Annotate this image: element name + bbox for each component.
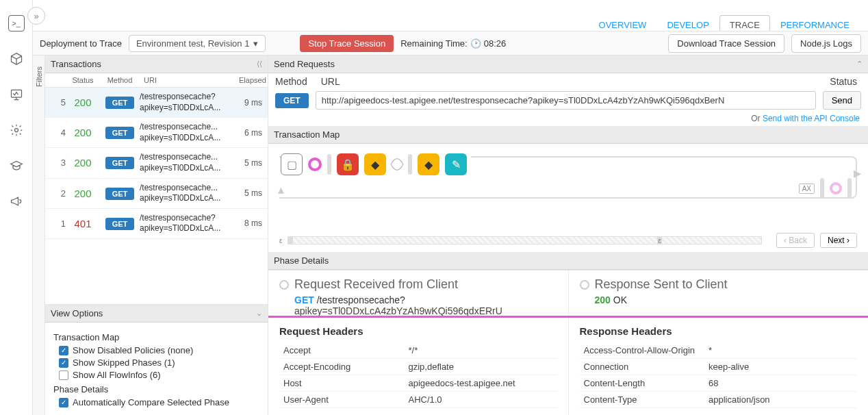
stop-trace-button[interactable]: Stop Trace Session <box>300 35 394 52</box>
flow-start-node[interactable] <box>308 158 322 171</box>
header-row: Accept-Encodinggzip,deflate <box>279 359 557 375</box>
header-row: Access-Control-Allow-Origin* <box>580 342 858 359</box>
download-trace-button[interactable]: Download Trace Session <box>668 34 784 53</box>
transaction-row[interactable]: 2200GET/testresponsecache...apikey=sTl0D… <box>45 179 268 209</box>
send-button[interactable]: Send <box>823 91 861 110</box>
header-row: User-AgentAHC/1.0 <box>279 392 557 408</box>
phase-dot-icon <box>279 280 289 290</box>
flow-end-node[interactable] <box>830 182 842 194</box>
phase-dot-icon <box>580 280 589 290</box>
left-nav-rail: >_ <box>0 0 33 415</box>
epsilon-left: ε <box>279 237 282 244</box>
timeline-scrubber: ε ε ‹ Back Next › <box>268 233 868 252</box>
svg-point-1 <box>14 129 18 132</box>
url-label: URL <box>321 76 340 87</box>
transaction-row[interactable]: 1401GET/testresponsecache?apikey=sTl0DDx… <box>45 209 268 239</box>
policy-lock-icon[interactable]: 🔒 <box>337 153 359 175</box>
api-console-link[interactable]: Send with the API Console <box>763 114 860 123</box>
trace-toolbar: Deployment to Trace Environment test, Re… <box>33 31 868 55</box>
collapse-icon[interactable]: ⌃ <box>856 60 863 68</box>
vo-group-map: Transaction Map <box>53 332 259 342</box>
vo-disabled-policies[interactable]: ✓Show Disabled Policies (none) <box>59 345 259 355</box>
clock-icon: 🕑 <box>470 38 481 49</box>
transactions-header: Transactions ⟨⟨ <box>45 55 268 73</box>
megaphone-icon[interactable] <box>8 193 25 210</box>
nodejs-logs-button[interactable]: Node.js Logs <box>791 34 861 53</box>
monitor-icon[interactable] <box>8 86 25 103</box>
method-pill[interactable]: GET <box>275 93 309 108</box>
response-sent-title: Response Sent to Client <box>580 277 858 292</box>
caret-down-icon: ▾ <box>253 38 258 49</box>
response-headers-table: Access-Control-Allow-Origin*Connectionke… <box>580 342 858 408</box>
vo-skipped-phases[interactable]: ✓Show Skipped Phases (1) <box>59 357 259 368</box>
analytics-node[interactable]: AX <box>799 184 815 194</box>
package-icon[interactable] <box>8 51 25 67</box>
headers-section: Request Headers Accept*/*Accept-Encoding… <box>268 318 868 415</box>
policy-branch-icon[interactable] <box>390 157 405 173</box>
deploy-label: Deployment to Trace <box>40 38 122 49</box>
request-method: GET <box>294 294 314 305</box>
academy-icon[interactable] <box>8 158 25 174</box>
transaction-map: ▸ ▴ ▢ 🔒 ◆ ◆ ✎ AX <box>268 144 868 233</box>
expand-rail-button[interactable]: » <box>27 7 45 25</box>
gear-icon[interactable] <box>8 122 25 138</box>
transactions-pane: Transactions ⟨⟨ Status Method URI Elapse… <box>45 55 268 415</box>
scrub-next-button[interactable]: Next › <box>820 233 857 248</box>
response-text: OK <box>613 294 627 305</box>
vo-group-phase: Phase Details <box>53 384 259 394</box>
scrub-back-button[interactable]: ‹ Back <box>776 233 815 248</box>
expand-icon[interactable]: ⌄ <box>256 309 262 318</box>
api-console-link-row: Or Send with the API Console <box>268 114 868 126</box>
transaction-map-header: Transaction Map <box>268 126 868 144</box>
filters-tab[interactable]: Filters <box>33 55 45 415</box>
right-pane: Send Requests ⌃ Method URL Status GET Se… <box>268 55 868 415</box>
vo-auto-compare[interactable]: ✓Automatically Compare Selected Phase <box>59 397 259 407</box>
view-options-header: View Options ⌄ <box>45 305 268 323</box>
flow-divider-icon <box>820 178 824 199</box>
header-row: Accept*/* <box>279 342 557 359</box>
request-received-title: Request Received from Client <box>279 277 557 292</box>
phase-details: Request Received from Client GET /testre… <box>268 270 868 316</box>
header-row: Connectionkeep-alive <box>580 359 858 375</box>
view-options-pane: View Options ⌄ Transaction Map ✓Show Dis… <box>45 304 268 415</box>
flow-arrow-up-icon: ▴ <box>278 182 284 197</box>
console-icon[interactable]: >_ <box>8 15 25 32</box>
url-input[interactable] <box>316 91 816 110</box>
header-row: Content-Typeapplication/json <box>580 392 858 408</box>
transaction-row[interactable]: 4200GET/testresponsecache...apikey=sTl0D… <box>45 118 268 148</box>
flow-divider-icon <box>327 154 331 175</box>
collapse-icon[interactable]: ⟨⟨ <box>257 60 262 68</box>
client-device-icon[interactable]: ▢ <box>281 153 303 175</box>
environment-select[interactable]: Environment test, Revision 1▾ <box>129 35 266 52</box>
response-code: 200 <box>595 294 611 305</box>
vo-all-flowinfos[interactable]: Show All FlowInfos (6) <box>59 370 259 380</box>
scrub-track[interactable] <box>288 236 762 244</box>
request-headers-table: Accept*/*Accept-Encodinggzip,deflateHost… <box>279 342 557 408</box>
request-path2: apikey=sTl0DDxLcA4zbYzAh9wKQi596qdxERrU <box>294 305 557 316</box>
transactions-list: 5200GET/testresponsecache?apikey=sTl0DDx… <box>45 88 268 239</box>
header-row: Content-Length68 <box>580 375 858 392</box>
request-headers-title: Request Headers <box>279 325 557 337</box>
response-headers-title: Response Headers <box>580 325 858 337</box>
policy-condition-icon[interactable]: ◆ <box>364 153 386 175</box>
epsilon-right: ε <box>658 237 661 244</box>
transactions-columns: Status Method URI Elapsed <box>45 73 268 88</box>
flow-divider-icon <box>408 154 412 175</box>
transaction-row[interactable]: 5200GET/testresponsecache?apikey=sTl0DDx… <box>45 88 268 118</box>
header-row: Hostapigeedocs-test.apigee.net <box>279 375 557 392</box>
transaction-row[interactable]: 3200GET/testresponsecache...apikey=sTl0D… <box>45 148 268 178</box>
send-requests-header: Send Requests ⌃ <box>268 55 868 73</box>
request-path: /testresponsecache? <box>317 294 405 305</box>
phase-details-header: Phase Details <box>268 252 868 270</box>
flow-divider-icon <box>847 178 852 199</box>
status-label: Status <box>830 76 861 87</box>
method-label: Method <box>275 76 307 87</box>
flow-arrow-down-icon: ▸ <box>854 164 861 182</box>
remaining-time: Remaining Time: 🕑 08:26 <box>400 38 506 49</box>
policy-condition-icon[interactable]: ◆ <box>418 153 439 175</box>
policy-assign-icon[interactable]: ✎ <box>445 153 467 175</box>
